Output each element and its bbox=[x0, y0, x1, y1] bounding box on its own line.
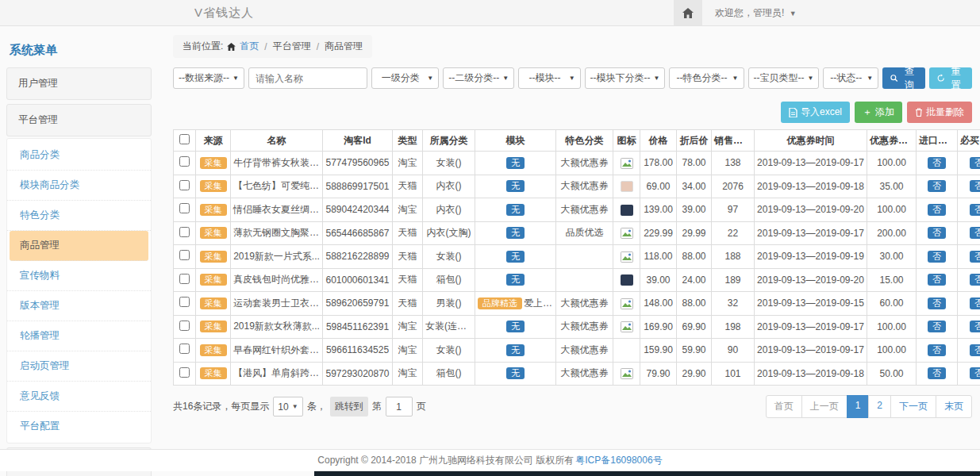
imported-badge[interactable]: 否 bbox=[928, 298, 946, 309]
imported-badge[interactable]: 否 bbox=[928, 251, 946, 263]
module-cell: 无 bbox=[475, 315, 556, 339]
page-button-1[interactable]: 1 bbox=[847, 395, 870, 418]
search-button[interactable]: 查询 bbox=[882, 67, 925, 89]
sidebar-item-轮播管理[interactable]: 轮播管理 bbox=[7, 321, 151, 351]
sidebar-item-特色分类[interactable]: 特色分类 bbox=[7, 201, 151, 231]
jump-to-button[interactable]: 跳转到 bbox=[330, 397, 368, 416]
sales-cell: 2076 bbox=[712, 175, 755, 198]
breadcrumb-item[interactable]: 商品管理 bbox=[325, 40, 363, 53]
table-row: 采集真皮钱包时尚优雅女士...601000601341天猫箱包()无39.002… bbox=[174, 268, 980, 292]
must-buy-badge[interactable]: 否 bbox=[970, 227, 980, 239]
page-number-input[interactable] bbox=[386, 397, 413, 416]
table-row: 采集【七色纺】可爱纯棉家...588869917501天猫内衣()无大额优惠券6… bbox=[174, 175, 980, 198]
import-excel-button[interactable]: 导入excel bbox=[781, 102, 850, 123]
must-buy-cell: 否 bbox=[958, 315, 980, 339]
add-button[interactable]: ＋ 添加 bbox=[855, 102, 902, 123]
filter-select-0[interactable]: --数据来源--▼ bbox=[173, 67, 244, 89]
sidebar-item-意见反馈[interactable]: 意见反馈 bbox=[7, 382, 151, 412]
row-checkbox-cell bbox=[174, 221, 196, 245]
filter-select-3[interactable]: --模块--▼ bbox=[518, 67, 580, 89]
row-checkbox[interactable] bbox=[179, 344, 190, 354]
must-buy-badge[interactable]: 否 bbox=[970, 180, 980, 192]
must-buy-badge[interactable]: 否 bbox=[970, 204, 980, 216]
sidebar-item-启动页管理[interactable]: 启动页管理 bbox=[7, 351, 151, 382]
breadcrumb-item[interactable]: 平台管理 bbox=[273, 40, 311, 53]
must-buy-cell: 否 bbox=[958, 339, 980, 363]
category-cell: 女装(连衣裙) bbox=[423, 315, 475, 339]
row-checkbox[interactable] bbox=[179, 321, 190, 331]
sidebar-item-宣传物料[interactable]: 宣传物料 bbox=[7, 261, 151, 291]
module-none-badge: 无 bbox=[506, 344, 525, 356]
imported-badge[interactable]: 否 bbox=[928, 180, 946, 192]
must-buy-cell: 否 bbox=[958, 152, 980, 175]
page-button-2[interactable]: 2 bbox=[868, 395, 891, 418]
row-checkbox[interactable] bbox=[179, 203, 190, 213]
batch-delete-button[interactable]: 批量删除 bbox=[907, 102, 972, 123]
discount-price-cell: 39.00 bbox=[677, 198, 712, 222]
row-checkbox[interactable] bbox=[179, 367, 190, 378]
filter-select-2[interactable]: --二级分类--▼ bbox=[443, 67, 514, 89]
chevron-down-icon: ▼ bbox=[867, 75, 873, 82]
icp-link[interactable]: 粤ICP备16098006号 bbox=[575, 454, 662, 467]
breadcrumb: 当前位置: 首页 / 平台管理 / 商品管理 bbox=[173, 35, 372, 58]
imported-badge[interactable]: 否 bbox=[928, 367, 946, 379]
row-checkbox[interactable] bbox=[179, 180, 190, 190]
sidebar-group-平台管理[interactable]: 平台管理 bbox=[6, 104, 152, 136]
column-header-checkbox[interactable] bbox=[174, 130, 196, 152]
sidebar-item-商品分类[interactable]: 商品分类 bbox=[7, 140, 151, 171]
breadcrumb-home-link[interactable]: 首页 bbox=[240, 40, 259, 53]
sidebar-item-版本管理[interactable]: 版本管理 bbox=[7, 291, 151, 321]
column-header-优惠券时间: 优惠券时间 bbox=[755, 130, 867, 152]
row-checkbox[interactable] bbox=[179, 297, 190, 307]
imported-badge[interactable]: 否 bbox=[928, 227, 946, 239]
sidebar-item-商品管理[interactable]: 商品管理 bbox=[10, 231, 148, 261]
per-page-select[interactable]: 10 ▼ bbox=[273, 397, 302, 416]
sidebar-item-模块商品分类[interactable]: 模块商品分类 bbox=[7, 171, 151, 201]
must-buy-badge[interactable]: 否 bbox=[970, 344, 980, 356]
home-icon-button[interactable] bbox=[674, 0, 702, 25]
icon-cell bbox=[613, 292, 640, 316]
feature-cell: 大额优惠券 bbox=[556, 175, 613, 198]
sidebar-item-平台配置[interactable]: 平台配置 bbox=[7, 412, 151, 441]
table-row: 采集2019新款一片式系...588216228899天猫女装()无118.00… bbox=[174, 245, 980, 269]
column-header-特色分类: 特色分类 bbox=[556, 130, 613, 152]
user-menu[interactable]: 欢迎您，管理员! ▼ bbox=[702, 6, 980, 20]
row-checkbox[interactable] bbox=[179, 250, 190, 260]
row-checkbox[interactable] bbox=[179, 274, 190, 284]
name-search-input[interactable] bbox=[248, 67, 367, 89]
imported-badge[interactable]: 否 bbox=[928, 204, 946, 216]
sidebar-group-用户管理[interactable]: 用户管理 bbox=[6, 67, 152, 100]
imported-badge[interactable]: 否 bbox=[928, 157, 946, 169]
page-button-首页[interactable]: 首页 bbox=[766, 395, 802, 418]
select-all-checkbox[interactable] bbox=[179, 134, 190, 144]
must-buy-badge[interactable]: 否 bbox=[970, 298, 980, 309]
must-buy-cell: 否 bbox=[958, 175, 980, 198]
imported-badge[interactable]: 否 bbox=[928, 344, 946, 356]
imported-badge[interactable]: 否 bbox=[928, 321, 946, 332]
filter-select-6[interactable]: --宝贝类型--▼ bbox=[748, 67, 820, 89]
filter-select-label: 一级分类 bbox=[377, 71, 424, 85]
page-button-上一页[interactable]: 上一页 bbox=[801, 395, 847, 418]
reset-button[interactable]: 重置 bbox=[929, 67, 972, 89]
must-buy-badge[interactable]: 否 bbox=[970, 157, 980, 169]
page-button-末页[interactable]: 末页 bbox=[936, 395, 972, 418]
must-buy-badge[interactable]: 否 bbox=[970, 321, 980, 332]
row-checkbox[interactable] bbox=[179, 227, 190, 237]
table-row: 采集薄款无钢圈文胸聚拢性...565446685867天猫内衣(文胸)无品质优选… bbox=[174, 221, 980, 245]
filter-select-1[interactable]: 一级分类▼ bbox=[371, 67, 439, 89]
page-button-下一页[interactable]: 下一页 bbox=[890, 395, 936, 418]
filter-select-7[interactable]: --状态--▼ bbox=[823, 67, 878, 89]
module-cell: 品牌精选爱上运动 bbox=[475, 292, 556, 316]
icon-cell bbox=[613, 175, 640, 198]
imported-badge[interactable]: 否 bbox=[928, 274, 946, 286]
type-cell: 淘宝 bbox=[393, 339, 423, 363]
must-buy-badge[interactable]: 否 bbox=[970, 251, 980, 263]
filter-select-4[interactable]: --模块下分类--▼ bbox=[585, 67, 666, 89]
feature-cell: 大额优惠券 bbox=[556, 315, 613, 339]
row-checkbox[interactable] bbox=[179, 156, 190, 167]
source-badge: 采集 bbox=[200, 157, 227, 169]
must-buy-badge[interactable]: 否 bbox=[970, 367, 980, 379]
must-buy-badge[interactable]: 否 bbox=[970, 274, 980, 286]
filter-select-5[interactable]: --特色分类--▼ bbox=[669, 67, 744, 89]
taoke-id-cell: 601000601341 bbox=[323, 268, 393, 292]
